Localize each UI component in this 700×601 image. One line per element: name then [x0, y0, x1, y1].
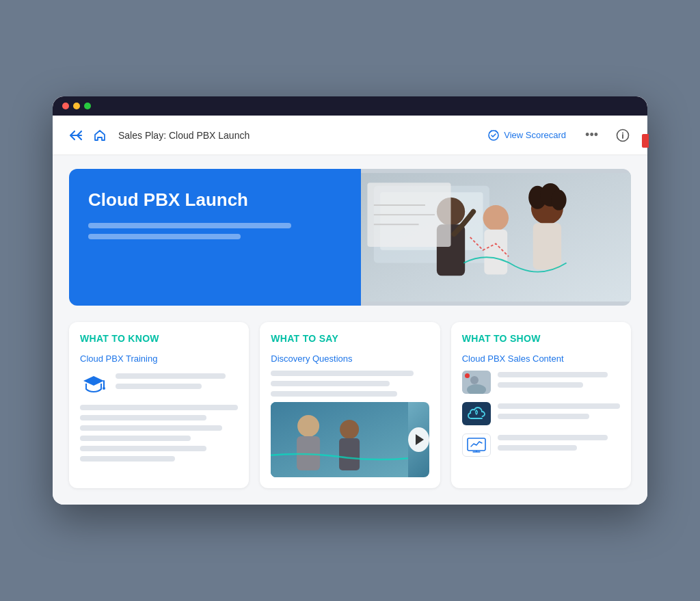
placeholder: [80, 415, 206, 420]
show-item-title[interactable]: Cloud PBX Sales Content: [462, 353, 620, 364]
know-prefix: WHAT TO: [80, 333, 128, 344]
say-card: WHAT TO SAY Discovery Questions: [260, 322, 440, 488]
notification-indicator: [642, 134, 649, 148]
say-keyword: SAY: [319, 333, 338, 344]
hero-banner: Cloud PBX Launch: [69, 169, 631, 306]
know-item-title[interactable]: Cloud PBX Training: [80, 353, 238, 364]
show-item-1-lines: [498, 372, 620, 392]
cards-row: WHAT TO KNOW Cloud PBX Training: [69, 322, 631, 488]
placeholder: [80, 436, 191, 441]
show-item-1: [462, 371, 620, 394]
placeholder: [80, 456, 175, 462]
show-item-2-lines: [498, 403, 620, 424]
chrome-close[interactable]: [62, 103, 69, 109]
placeholder: [80, 446, 206, 451]
say-prefix: WHAT TO: [271, 333, 319, 344]
svg-rect-27: [339, 438, 360, 470]
placeholder: [498, 403, 620, 409]
show-mini-icon-2: [462, 402, 491, 425]
toolbar-left: Sales Play: Cloud PBX Launch: [66, 126, 250, 144]
browser-chrome: [53, 96, 647, 116]
video-bg: [271, 402, 407, 477]
svg-point-21: [103, 387, 105, 390]
know-icon-row: [80, 371, 238, 398]
more-options-button[interactable]: •••: [581, 125, 602, 145]
chrome-minimize[interactable]: [73, 103, 80, 109]
placeholder: [271, 381, 389, 386]
know-icon-lines: [116, 371, 238, 394]
show-section-title: WHAT TO SHOW: [462, 333, 620, 344]
placeholder: [498, 372, 608, 377]
grad-cap-icon: [80, 371, 107, 398]
svg-point-24: [297, 415, 319, 437]
show-mini-icon-3: [462, 433, 491, 457]
hero-title: Cloud PBX Launch: [88, 189, 342, 211]
back-button[interactable]: [66, 127, 85, 144]
home-button[interactable]: [91, 126, 109, 144]
main-content: Cloud PBX Launch: [53, 155, 647, 505]
toolbar-title: Sales Play: Cloud PBX Launch: [118, 130, 250, 141]
placeholder: [80, 425, 222, 431]
say-section-title: WHAT TO SAY: [271, 333, 429, 344]
info-button[interactable]: [612, 126, 634, 145]
know-keyword: KNOW: [128, 333, 159, 344]
placeholder: [498, 445, 578, 451]
placeholder: [116, 384, 202, 389]
toolbar-right: View Scorecard •••: [482, 125, 634, 145]
placeholder: [498, 435, 608, 440]
video-thumbnail[interactable]: [271, 402, 429, 477]
placeholder: [271, 371, 413, 376]
svg-point-29: [470, 376, 479, 384]
show-item-3-lines: [498, 435, 620, 455]
placeholder: [271, 391, 397, 397]
placeholder: [498, 382, 584, 388]
placeholder: [80, 405, 238, 410]
svg-point-26: [340, 420, 359, 439]
know-card: WHAT TO KNOW Cloud PBX Training: [69, 322, 249, 488]
play-button[interactable]: [408, 427, 429, 452]
view-scorecard-button[interactable]: View Scorecard: [482, 126, 571, 144]
chrome-maximize[interactable]: [84, 103, 91, 109]
view-scorecard-label: View Scorecard: [504, 130, 566, 140]
show-keyword: SHOW: [510, 333, 541, 344]
show-card: WHAT TO SHOW Cloud PBX Sales Content: [451, 322, 631, 488]
say-item-title[interactable]: Discovery Questions: [271, 353, 429, 364]
svg-point-14: [551, 189, 567, 210]
placeholder: [498, 414, 590, 419]
svg-point-2: [622, 132, 623, 133]
hero-line-2: [88, 234, 241, 239]
hero-image: [361, 169, 631, 306]
play-icon: [416, 434, 424, 445]
toolbar: Sales Play: Cloud PBX Launch View Scorec…: [53, 116, 647, 155]
svg-point-9: [483, 205, 509, 231]
svg-rect-10: [485, 230, 508, 275]
chart-icon: [466, 437, 487, 453]
placeholder: [116, 373, 226, 379]
show-mini-icon-1: [462, 371, 491, 394]
hero-line-1: [88, 223, 291, 228]
know-section-title: WHAT TO KNOW: [80, 333, 238, 344]
red-dot: [465, 373, 470, 378]
cloud-icon: [467, 406, 486, 421]
svg-rect-15: [533, 223, 561, 269]
more-options-icon: •••: [585, 128, 598, 142]
show-prefix: WHAT TO: [462, 333, 510, 344]
show-item-2: [462, 402, 620, 425]
hero-left: Cloud PBX Launch: [69, 169, 361, 306]
show-item-3: [462, 433, 620, 457]
hero-right: [361, 169, 631, 306]
